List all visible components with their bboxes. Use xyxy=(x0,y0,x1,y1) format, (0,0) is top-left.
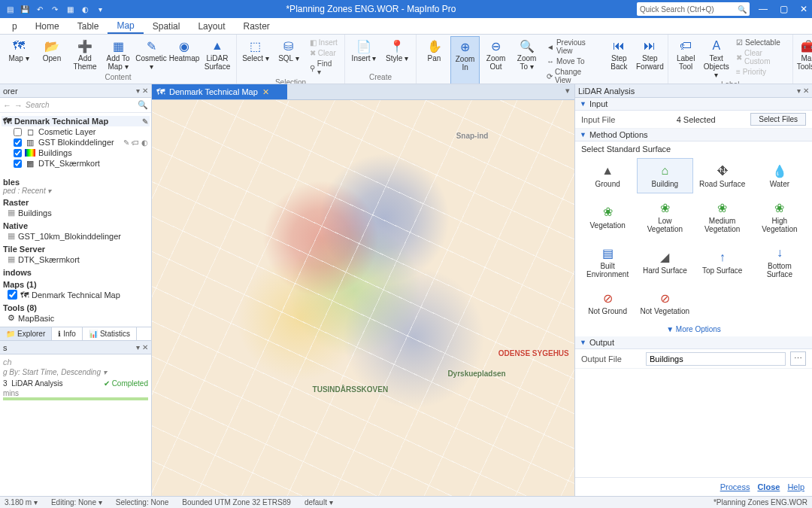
ribbon-button[interactable]: ✎Cosmetic ▾ xyxy=(135,36,167,73)
surface-card[interactable]: ⊘Not Vegetation xyxy=(637,285,692,321)
tab-explorer[interactable]: 📁Explorer xyxy=(0,327,52,340)
close-button[interactable]: Close xyxy=(757,482,780,491)
close-tab-icon[interactable]: ✕ xyxy=(262,87,269,97)
ribbon-tab[interactable]: Layout xyxy=(189,18,234,34)
ribbon-stack-item[interactable]: ⟳Change View xyxy=(544,67,601,84)
surface-card[interactable]: ▲Ground xyxy=(580,158,635,193)
layer-item[interactable]: ◻Cosmetic Layer xyxy=(2,126,150,137)
surface-card[interactable]: ▤Built Environment xyxy=(580,240,635,284)
layer-item[interactable]: Buildings xyxy=(2,148,150,158)
ribbon-button[interactable]: 🗺Map ▾ xyxy=(3,36,35,73)
ribbon-button[interactable]: ⏮Step Back xyxy=(604,36,634,84)
ribbon-button[interactable]: ▦Add To Map ▾ xyxy=(102,36,134,73)
ribbon-button[interactable]: 📍Style ▾ xyxy=(381,36,413,73)
tasks-sort[interactable]: g By: Start Time, Descending ▾ xyxy=(3,367,148,378)
input-fold[interactable]: ▼Input xyxy=(575,98,812,111)
ribbon-button[interactable]: ⬚Select ▾ xyxy=(240,36,271,78)
ribbon-tab[interactable]: Table xyxy=(68,18,108,34)
layer-tool-icon[interactable]: ✎ xyxy=(142,117,148,126)
map-tab[interactable]: 🗺 Denmark Technical Map ✕ xyxy=(152,84,287,99)
qat-icon[interactable]: ↶ xyxy=(35,4,45,14)
map-canvas[interactable]: TUSINDÅRSSKOVEN ODENSE SYGEHUS Dyrskuepl… xyxy=(152,100,574,496)
ribbon-stack-item[interactable]: ◄Previous View xyxy=(544,38,601,56)
surface-card[interactable]: ⊘Not Ground xyxy=(580,285,635,321)
ribbon-button[interactable]: ✋Pan xyxy=(420,36,449,84)
ribbon-tab[interactable]: Map xyxy=(108,18,143,34)
layer-item[interactable]: ▩DTK_Skærmkort xyxy=(2,158,150,169)
output-file-input[interactable] xyxy=(646,352,786,366)
surface-card[interactable]: ↓Bottom Surface xyxy=(752,240,807,284)
method-fold[interactable]: ▼Method Options xyxy=(575,129,812,141)
surface-card[interactable]: ⛖Road Surface xyxy=(695,158,750,193)
ribbon-button[interactable]: 🔍Zoom To ▾ xyxy=(512,36,541,84)
qat-icon[interactable]: ↷ xyxy=(50,4,60,14)
window-item[interactable]: 🗺Denmark Technical Map xyxy=(3,289,148,300)
browse-icon[interactable]: ⋯ xyxy=(790,351,806,366)
ribbon-button[interactable]: ⛁SQL ▾ xyxy=(273,36,304,78)
ribbon-button[interactable]: 🏷Label Tool xyxy=(671,36,701,81)
ribbon-tab[interactable]: Raster xyxy=(234,18,278,34)
qat-icon[interactable]: ▤ xyxy=(5,4,15,14)
ribbon-button[interactable]: ⊖Zoom Out xyxy=(481,36,511,84)
ribbon-stack-item[interactable]: ↔Move To xyxy=(544,56,601,66)
tools-group[interactable]: Tools (8) xyxy=(3,303,148,312)
maximize-button[interactable]: ▢ xyxy=(780,4,788,14)
select-files-button[interactable]: Select Files xyxy=(750,113,806,126)
ribbon-button[interactable]: ➕Add Theme xyxy=(69,36,101,73)
surface-card[interactable]: ❀Low Vegetation xyxy=(637,195,692,239)
ribbon-button[interactable]: 📄Insert ▾ xyxy=(348,36,380,73)
table-item[interactable]: ▦Buildings xyxy=(3,207,148,218)
status-snap[interactable]: default ▾ xyxy=(304,498,333,506)
task-row[interactable]: 3 LiDAR Analysis ✔ Completed xyxy=(3,378,148,389)
layer-item[interactable]: ▥GST Blokinddelinger✎🏷◐ xyxy=(2,137,150,148)
map-node[interactable]: 🗺 Denmark Technical Map ✎ xyxy=(2,116,150,126)
tasks-search[interactable]: ch xyxy=(3,357,148,367)
search-icon[interactable]: 🔍 xyxy=(138,100,148,110)
more-options[interactable]: ▼ More Options xyxy=(575,322,812,336)
surface-card[interactable]: ⌂Building xyxy=(637,158,692,193)
ribbon-tab[interactable]: Spatial xyxy=(144,18,189,34)
surface-card[interactable]: ↑Top Surface xyxy=(695,240,750,284)
surface-card[interactable]: ◢Hard Surface xyxy=(637,240,692,284)
explorer-search[interactable]: Search xyxy=(26,101,135,109)
pin-icon[interactable]: ▾ ✕ xyxy=(797,87,809,95)
ribbon-button[interactable]: 🧰Map Tools ▾ xyxy=(796,36,812,84)
qat-icon[interactable]: ▦ xyxy=(65,4,75,14)
status-zoom[interactable]: 3.180 m ▾ xyxy=(5,498,38,506)
qat-icon[interactable]: 💾 xyxy=(20,4,30,14)
pin-icon[interactable]: ▾ ✕ xyxy=(136,343,148,351)
surface-card[interactable]: ❀Vegetation xyxy=(580,195,635,239)
ribbon-button[interactable]: ▲LiDAR Surface xyxy=(201,36,233,73)
close-button[interactable]: ✕ xyxy=(800,4,807,14)
ribbon-button[interactable]: ⏭Step Forward xyxy=(635,36,665,84)
ribbon-tab[interactable]: Home xyxy=(26,18,68,34)
ribbon-stack-item[interactable]: ⚲Find ▾ xyxy=(308,59,340,77)
process-button[interactable]: Process xyxy=(720,482,750,491)
output-fold[interactable]: ▼Output xyxy=(575,336,812,349)
tab-info[interactable]: ℹInfo xyxy=(52,327,83,340)
maps-group[interactable]: Maps (1) xyxy=(3,280,148,289)
ribbon-stack-item[interactable]: ☑Selectable xyxy=(734,38,788,47)
quick-search[interactable]: Quick Search (Ctrl+Q) 🔍 xyxy=(637,2,750,16)
table-item[interactable]: ▦DTK_Skærmkort xyxy=(3,254,148,265)
surface-card[interactable]: ❀Medium Vegetation xyxy=(695,195,750,239)
tab-statistics[interactable]: 📊Statistics xyxy=(83,327,137,340)
qat-icon[interactable]: ▾ xyxy=(95,4,105,14)
pin-icon[interactable]: ▾ ✕ xyxy=(136,87,148,95)
fwd-icon[interactable]: → xyxy=(14,101,23,110)
status-editing[interactable]: Editing: None ▾ xyxy=(51,498,102,506)
ribbon-button[interactable]: ◉Heatmap xyxy=(168,36,200,73)
tool-item[interactable]: ⚙MapBasic xyxy=(3,312,148,324)
qat-icon[interactable]: ◐ xyxy=(80,4,90,14)
map-menu-icon[interactable]: ▾ xyxy=(561,84,574,99)
ribbon-button[interactable]: 📂Open xyxy=(36,36,68,73)
ribbon-tab[interactable]: p xyxy=(3,18,26,34)
ribbon-button[interactable]: AText Objects ▾ xyxy=(701,36,731,81)
ribbon-button[interactable]: ⊕Zoom In xyxy=(450,36,480,84)
table-item[interactable]: ▦GST_10km_Blokinddelinger xyxy=(3,230,148,242)
back-icon[interactable]: ← xyxy=(3,101,11,110)
help-button[interactable]: Help xyxy=(787,482,804,491)
minimize-button[interactable]: — xyxy=(759,4,768,14)
surface-card[interactable]: 💧Water xyxy=(752,158,807,193)
surface-card[interactable]: ❀High Vegetation xyxy=(752,195,807,239)
